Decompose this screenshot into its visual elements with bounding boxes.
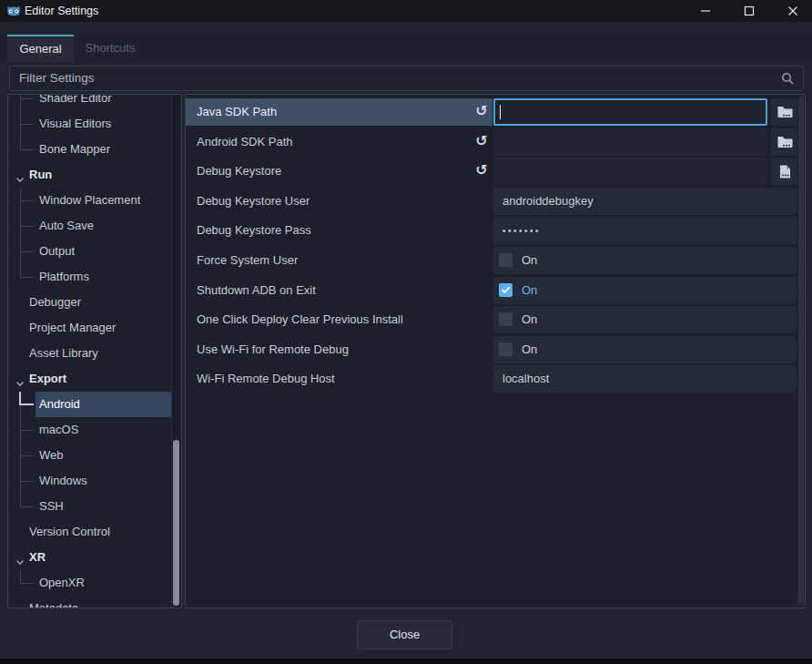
setting-row-android-sdk-path: Android SDK Path↺ xyxy=(186,128,805,156)
sidebar-item-label: Window Placement xyxy=(39,188,140,213)
sidebar-item-label: Android xyxy=(39,392,80,417)
maximize-button[interactable] xyxy=(729,0,769,22)
sidebar-item-ssh[interactable]: SSH xyxy=(8,494,181,519)
tree-guide-line xyxy=(20,430,21,443)
tree-guide-line xyxy=(20,149,34,150)
settings-rows-panel: Java SDK Path↺Android SDK Path↺Debug Key… xyxy=(185,94,806,608)
chevron-down-icon[interactable] xyxy=(15,172,25,179)
tree-guide-line xyxy=(19,392,21,404)
tree-guide-line xyxy=(20,494,21,506)
settings-tree-panel: Shader EditorVisual EditorsBone MapperRu… xyxy=(7,94,182,608)
sidebar-item-android[interactable]: Android xyxy=(8,392,181,417)
setting-label: Debug Keystore User xyxy=(197,188,310,215)
titlebar: Editor Settings xyxy=(0,0,812,22)
settings-scrollbar-thumb[interactable] xyxy=(798,97,804,604)
sidebar-item-platforms[interactable]: Platforms xyxy=(8,264,181,290)
setting-row-debug-keystore-user: Debug Keystore Userandroiddebugkey xyxy=(186,188,805,215)
sidebar-item-project-manager[interactable]: Project Manager xyxy=(8,315,181,341)
tree-guide-line xyxy=(20,417,21,430)
sidebar-item-label: Export xyxy=(29,366,66,392)
tree-guide-line xyxy=(20,455,34,456)
revert-icon[interactable]: ↺ xyxy=(473,128,490,156)
folder-picker-button[interactable] xyxy=(771,128,798,156)
tree-guide-line xyxy=(20,98,21,111)
checkbox[interactable] xyxy=(499,312,513,326)
tree-guide-line xyxy=(20,188,21,200)
sidebar-item-label: Web xyxy=(39,443,64,468)
setting-row-use-wi-fi-for-remote-debug: Use Wi-Fi for Remote DebugOn xyxy=(186,336,805,363)
setting-label: Force System User xyxy=(197,247,298,274)
setting-path-input[interactable] xyxy=(493,158,767,185)
tree-guide-line xyxy=(19,404,34,405)
filter-settings-input[interactable]: Filter Settings xyxy=(9,66,804,91)
sidebar-item-label: Asset Library xyxy=(29,341,98,366)
sidebar-item-label: Debugger xyxy=(29,290,81,315)
sidebar-item-label: Output xyxy=(39,239,75,264)
setting-path-input[interactable] xyxy=(493,98,767,126)
setting-row-force-system-user: Force System UserOn xyxy=(186,247,805,274)
close-window-button[interactable] xyxy=(773,0,812,22)
revert-icon[interactable]: ↺ xyxy=(473,158,490,185)
setting-row-debug-keystore-pass: Debug Keystore Pass••••••• xyxy=(186,217,805,244)
sidebar-item-run[interactable]: Run xyxy=(8,162,181,188)
sidebar-item-auto-save[interactable]: Auto Save xyxy=(8,213,181,239)
sidebar-scrollbar-thumb[interactable] xyxy=(173,440,179,606)
sidebar-item-asset-library[interactable]: Asset Library xyxy=(8,341,181,366)
sidebar-item-windows[interactable]: Windows xyxy=(8,468,181,494)
setting-label: Use Wi-Fi for Remote Debug xyxy=(197,336,349,363)
sidebar-item-label: XR xyxy=(29,545,46,570)
tab-general[interactable]: General xyxy=(7,35,74,62)
setting-checkbox-cell xyxy=(493,306,797,333)
sidebar-item-version-control[interactable]: Version Control xyxy=(8,519,181,545)
sidebar-item-label: Auto Save xyxy=(39,213,94,239)
sidebar-item-label: Metadata xyxy=(29,596,78,608)
filter-placeholder: Filter Settings xyxy=(19,66,95,90)
tree-guide-line xyxy=(20,583,34,584)
checkbox[interactable] xyxy=(499,283,513,297)
sidebar-tree: Shader EditorVisual EditorsBone MapperRu… xyxy=(8,94,181,608)
sidebar-item-web[interactable]: Web xyxy=(8,443,181,468)
folder-picker-button[interactable] xyxy=(771,98,798,126)
tab-bar: General Shortcuts xyxy=(0,35,812,62)
checkbox[interactable] xyxy=(499,253,513,267)
tree-guide-line xyxy=(20,213,21,226)
close-button[interactable]: Close xyxy=(357,620,452,649)
setting-text-input[interactable]: localhost xyxy=(493,365,797,393)
sidebar-item-export[interactable]: Export xyxy=(8,366,181,392)
file-picker-button[interactable] xyxy=(771,158,798,185)
revert-icon[interactable]: ↺ xyxy=(473,98,490,126)
checkbox-label: On xyxy=(522,336,537,363)
sidebar-item-visual-editors[interactable]: Visual Editors xyxy=(8,111,181,137)
tree-guide-line xyxy=(20,455,21,468)
tree-guide-line xyxy=(20,124,34,125)
godot-logo-icon xyxy=(6,4,21,18)
tree-guide-line xyxy=(20,239,21,251)
setting-password-input[interactable]: ••••••• xyxy=(493,217,797,244)
chevron-down-icon[interactable] xyxy=(15,555,25,561)
minimize-button[interactable] xyxy=(685,0,726,22)
setting-path-input[interactable] xyxy=(493,128,767,156)
sidebar-item-openxr[interactable]: OpenXR xyxy=(8,570,181,596)
setting-label: Debug Keystore Pass xyxy=(197,217,311,244)
sidebar-item-label: OpenXR xyxy=(39,570,85,596)
checkbox-label: On xyxy=(522,277,537,304)
sidebar-item-label: Bone Mapper xyxy=(39,137,110,162)
sidebar-item-metadata[interactable]: Metadata xyxy=(8,596,181,608)
sidebar-item-macos[interactable]: macOS xyxy=(8,417,181,443)
sidebar-item-output[interactable]: Output xyxy=(8,239,181,264)
sidebar-item-shader-editor[interactable]: Shader Editor xyxy=(8,94,181,111)
chevron-down-icon[interactable] xyxy=(15,376,25,383)
sidebar-item-xr[interactable]: XR xyxy=(8,545,181,570)
tab-shortcuts[interactable]: Shortcuts xyxy=(74,35,147,62)
sidebar-item-label: Platforms xyxy=(39,264,89,290)
sidebar-item-bone-mapper[interactable]: Bone Mapper xyxy=(8,137,181,162)
sidebar-item-window-placement[interactable]: Window Placement xyxy=(8,188,181,213)
sidebar-item-debugger[interactable]: Debugger xyxy=(8,290,181,315)
setting-text-input[interactable]: androiddebugkey xyxy=(493,188,797,215)
setting-checkbox-cell xyxy=(493,277,797,304)
tree-guide-line xyxy=(20,481,21,494)
checkbox[interactable] xyxy=(499,342,513,356)
tree-guide-line xyxy=(20,200,34,201)
setting-label: One Click Deploy Clear Previous Install xyxy=(197,306,403,333)
setting-row-java-sdk-path: Java SDK Path↺ xyxy=(186,98,805,126)
